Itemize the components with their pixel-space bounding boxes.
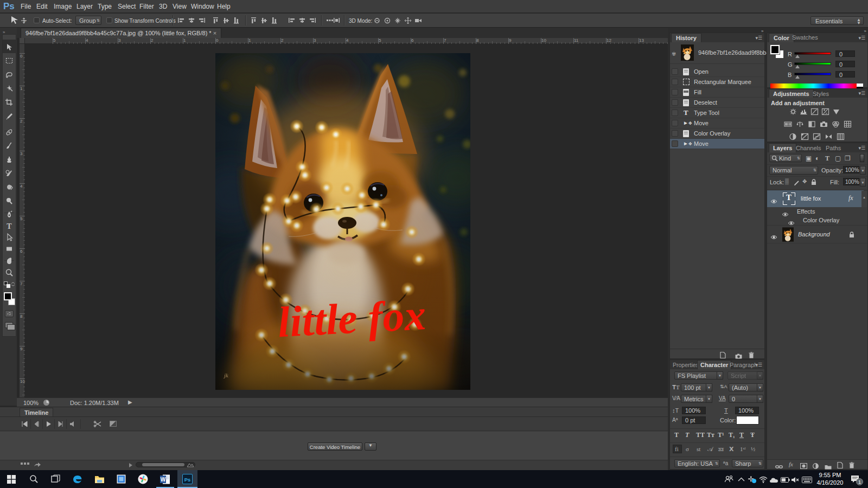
svg-text:little fox: little fox [277, 291, 427, 346]
svg-text:jk: jk [223, 372, 229, 378]
svg-text:W: W [161, 477, 166, 483]
svg-text:Ps: Ps [184, 477, 191, 483]
svg-text:T: T [7, 222, 12, 230]
